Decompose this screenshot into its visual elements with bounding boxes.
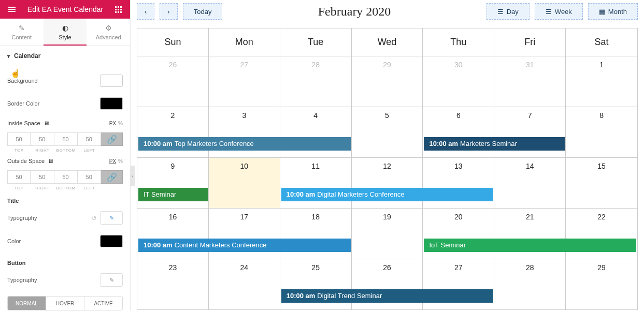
caret-down-icon: ▾ [7, 53, 10, 59]
background-color-swatch[interactable] [100, 75, 123, 87]
typography-label: Typography [7, 215, 37, 221]
today-button[interactable]: Today [183, 3, 223, 20]
day-cell[interactable]: 23 [137, 259, 209, 310]
inside-link-button[interactable]: 🔗 [101, 132, 123, 146]
menu-button[interactable] [5, 9, 19, 10]
gear-icon: ⚙ [87, 24, 130, 32]
prev-button[interactable]: ‹ [137, 3, 154, 20]
tab-style[interactable]: ◐Style [44, 19, 87, 46]
border-color-label: Border Color [7, 100, 39, 107]
day-cell[interactable]: 29 [352, 56, 423, 107]
hamburger-icon [8, 9, 16, 10]
state-active[interactable]: ACTIVE [84, 297, 122, 310]
weekday-header-cell: Mon [209, 28, 280, 56]
outside-right-input[interactable] [31, 170, 54, 184]
day-cell[interactable]: 26 [137, 56, 209, 107]
outside-space-label: Outside Space🖥 [7, 158, 53, 164]
day-cell[interactable]: 31 [494, 56, 566, 107]
state-normal[interactable]: NORMAL [8, 297, 46, 310]
inside-top-input[interactable] [7, 132, 31, 146]
calendar-controls: Background Border Color Inside Space🖥 PX… [0, 66, 130, 311]
unit-px-2[interactable]: PX [109, 158, 116, 164]
day-cell[interactable]: 29 [566, 259, 637, 310]
day-cell[interactable]: 10 [209, 158, 280, 209]
list-icon: ☰ [546, 8, 552, 16]
weekday-header-cell: Thu [423, 28, 494, 56]
pencil-icon: ✎ [0, 24, 44, 32]
calendar-icon: ▦ [599, 8, 605, 16]
day-cell[interactable]: 1 [566, 56, 637, 107]
weekday-header-cell: Tue [280, 28, 352, 56]
inside-bottom-input[interactable] [54, 132, 78, 146]
day-cell[interactable]: 15 [566, 158, 637, 209]
button-state-tabs: NORMAL HOVER ACTIVE [7, 296, 123, 310]
chevron-left-icon: ‹ [145, 8, 147, 16]
outside-left-input[interactable] [78, 170, 101, 184]
link-icon: 🔗 [107, 172, 117, 182]
calendar-event[interactable]: 10:00 amDigital Trend Seminar [281, 289, 494, 303]
weekday-header-cell: Sun [137, 28, 209, 56]
day-cell[interactable]: 8 [566, 107, 637, 158]
apps-button[interactable] [112, 6, 125, 13]
view-day-button[interactable]: ☰Day [486, 3, 529, 20]
outside-space-inputs: TOP RIGHT BOTTOM LEFT 🔗 [7, 170, 123, 190]
day-cell[interactable]: 28 [494, 259, 566, 310]
panel-body: ▾ Calendar Background Border Color Insid… [0, 46, 130, 311]
calendar-week-row: 2324252627282910:00 amDigital Trend Semi… [137, 259, 637, 310]
view-week-button[interactable]: ☰Week [535, 3, 583, 20]
outside-link-button[interactable]: 🔗 [101, 170, 123, 184]
view-month-button[interactable]: ▦Month [588, 3, 638, 20]
inside-space-label: Inside Space🖥 [7, 120, 49, 126]
day-cell[interactable]: 14 [494, 158, 566, 209]
section-calendar-toggle[interactable]: ▾ Calendar [0, 46, 130, 66]
calendar-event[interactable]: 10:00 amTop Marketers Conference [138, 137, 351, 151]
contrast-icon: ◐ [44, 24, 87, 32]
collapse-panel-button[interactable]: ‹ [130, 166, 135, 186]
title-color-swatch[interactable] [100, 235, 123, 247]
sidebar-header: Edit EA Event Calendar [0, 0, 130, 19]
inside-right-input[interactable] [31, 132, 54, 146]
tab-content[interactable]: ✎Content [0, 19, 44, 46]
title-group-label: Title [7, 190, 123, 206]
tab-advanced[interactable]: ⚙Advanced [87, 19, 130, 46]
day-cell[interactable]: 19 [352, 209, 423, 259]
day-cell[interactable]: 27 [209, 56, 280, 107]
calendar-event[interactable]: 10:00 amContent Marketers Conference [138, 239, 351, 252]
inside-left-input[interactable] [78, 132, 101, 146]
main-area: ‹ › Today February 2020 ☰Day ☰Week ▦Mont… [131, 0, 644, 311]
calendar-event[interactable]: IoT Seminar [424, 239, 636, 252]
typography-edit-button[interactable]: ✎ [100, 211, 123, 225]
calendar-week-row: 9101112131415IT Seminar10:00 amDigital M… [137, 158, 637, 209]
button-typography-edit[interactable]: ✎ [100, 273, 123, 287]
desktop-icon[interactable]: 🖥 [48, 158, 53, 164]
next-button[interactable]: › [160, 3, 177, 20]
button-group-label: Button [7, 253, 123, 268]
calendar-event[interactable]: 10:00 amMarketers Seminar [424, 137, 565, 151]
calendar-event[interactable]: IT Seminar [138, 188, 208, 201]
unit-pct[interactable]: % [118, 121, 123, 126]
list-icon: ☰ [497, 8, 504, 16]
calendar-week-row: 1617181920212210:00 amContent Marketers … [137, 209, 637, 259]
day-cell[interactable]: 30 [423, 56, 494, 107]
day-cell[interactable]: 5 [352, 107, 423, 158]
inside-space-inputs: TOP RIGHT BOTTOM LEFT 🔗 [7, 132, 123, 153]
desktop-icon[interactable]: 🖥 [44, 120, 49, 126]
day-cell[interactable]: 28 [280, 56, 352, 107]
unit-pct-2[interactable]: % [118, 158, 123, 164]
chevron-right-icon: › [167, 8, 169, 16]
calendar-week-row: 234567810:00 amTop Marketers Conference1… [137, 107, 637, 158]
border-color-swatch[interactable] [100, 97, 123, 110]
sidebar-title: Edit EA Event Calendar [19, 5, 112, 13]
calendar-week-row: 2627282930311 [137, 56, 637, 107]
chevron-left-icon: ‹ [132, 173, 133, 179]
day-cell[interactable]: 24 [209, 259, 280, 310]
weekday-header-cell: Wed [352, 28, 423, 56]
calendar-event[interactable]: 10:00 amDigital Marketers Conference [281, 188, 494, 201]
state-hover[interactable]: HOVER [46, 297, 84, 310]
undo-icon[interactable]: ↺ [91, 214, 97, 222]
unit-px[interactable]: PX [109, 121, 116, 126]
background-label: Background [7, 78, 38, 84]
outside-bottom-input[interactable] [54, 170, 78, 184]
calendar-toolbar: ‹ › Today February 2020 ☰Day ☰Week ▦Mont… [137, 0, 638, 28]
outside-top-input[interactable] [7, 170, 31, 184]
